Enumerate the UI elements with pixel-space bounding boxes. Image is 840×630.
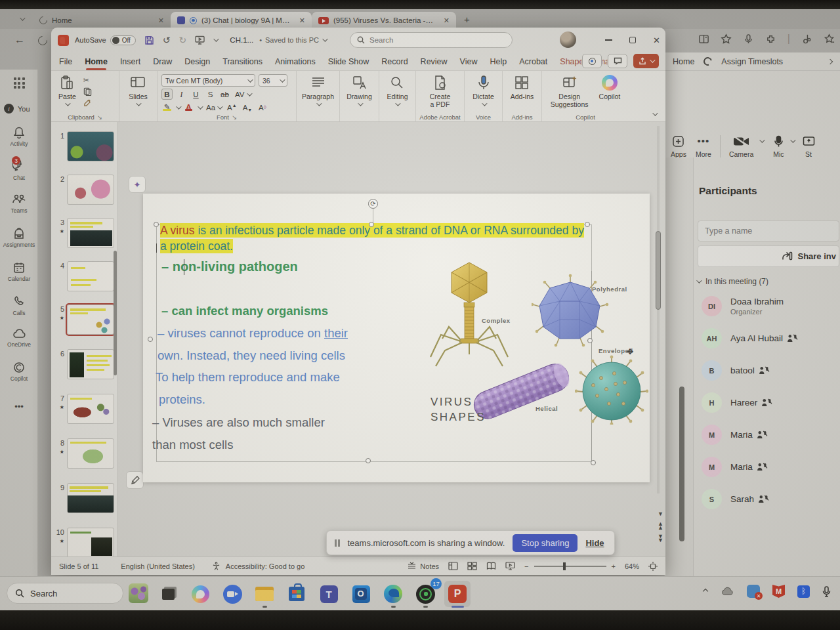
ppt-search-input[interactable] xyxy=(369,36,488,44)
tab-slide-show[interactable]: Slide Show xyxy=(328,57,369,66)
next-slide-button[interactable]: ▼▼ xyxy=(658,534,663,542)
tray-expand-icon[interactable] xyxy=(703,589,708,594)
scrollbar[interactable] xyxy=(679,387,684,541)
sidebar-item-assignments[interactable]: Assignments xyxy=(0,227,38,248)
share-presentation-button[interactable] xyxy=(633,54,659,68)
voice-search-icon[interactable] xyxy=(743,33,754,45)
collapse-ribbon-chevron-icon[interactable] xyxy=(652,110,658,116)
teams-app-icon[interactable]: T xyxy=(316,581,342,607)
close-button[interactable]: ✕ xyxy=(653,35,660,45)
slide-title-text[interactable]: A virus is an infectious particle made o… xyxy=(160,222,588,254)
paragraph-button[interactable]: Paragraph xyxy=(299,74,337,112)
tab-animations[interactable]: Animations xyxy=(275,57,316,66)
tab-home[interactable]: Home xyxy=(85,57,108,66)
selection-handle[interactable] xyxy=(148,337,153,342)
thumbnails-scrollbar[interactable] xyxy=(114,251,117,375)
bluetooth-icon[interactable]: ᛒ xyxy=(797,585,810,598)
waffle-menu-icon[interactable] xyxy=(0,77,38,89)
font-color-button[interactable]: A xyxy=(183,102,194,113)
tabs-overflow-chevron-icon[interactable] xyxy=(828,58,833,64)
new-tab-button[interactable]: + xyxy=(464,14,470,25)
grow-font-button[interactable]: A▲ xyxy=(226,102,238,113)
change-case-button[interactable]: Aa xyxy=(205,102,222,113)
addins-button[interactable]: Add-ins xyxy=(507,74,537,112)
close-tab-icon[interactable]: ✕ xyxy=(299,16,305,25)
cut-button[interactable]: ✂ xyxy=(83,76,92,85)
bold-button[interactable]: B xyxy=(161,89,173,100)
comments-button[interactable] xyxy=(608,54,627,68)
participant-row[interactable]: AH Aya Al Hubail xyxy=(694,322,840,354)
favorites-star-icon[interactable] xyxy=(721,33,732,45)
slide-sorter-view-button[interactable] xyxy=(467,562,477,570)
browser-tab-home[interactable]: Home ✕ xyxy=(33,12,171,29)
undo-icon[interactable]: ↺ xyxy=(163,35,171,45)
in-this-meeting-section[interactable]: In this meeting (7) xyxy=(696,277,768,286)
zoom-in-button[interactable]: + xyxy=(612,562,616,570)
extensions-icon[interactable] xyxy=(765,33,776,45)
editing-button[interactable]: Editing xyxy=(383,74,411,112)
ink-pen-button[interactable] xyxy=(126,471,144,489)
character-spacing-button[interactable]: AV xyxy=(234,89,252,100)
zoom-percentage[interactable]: 64% xyxy=(625,562,639,570)
stop-sharing-button[interactable]: Stop sharing xyxy=(513,534,578,552)
scroll-down-arrow[interactable]: ▼ xyxy=(658,511,663,517)
language-status[interactable]: English (United States) xyxy=(121,562,195,570)
saved-status[interactable]: • Saved to this PC xyxy=(259,36,326,44)
slide-thumbnail-6[interactable]: 6 xyxy=(51,349,114,379)
sidebar-item-teams[interactable]: Teams xyxy=(0,193,38,214)
clear-formatting-button[interactable]: A◊ xyxy=(257,102,268,113)
shrink-font-button[interactable]: A▼ xyxy=(242,102,254,113)
quick-access-chevron-icon[interactable] xyxy=(213,36,219,41)
tab-design[interactable]: Design xyxy=(184,57,210,66)
widgets-weather-icon[interactable] xyxy=(129,583,148,603)
underline-button[interactable]: U xyxy=(190,89,201,100)
designer-button[interactable]: ✦ xyxy=(129,176,146,193)
slide-thumbnail-10[interactable]: 10★ xyxy=(51,528,114,556)
sidebar-item-chat[interactable]: 3 Chat xyxy=(0,159,38,181)
camera-button[interactable]: Camera xyxy=(726,134,757,159)
slide-thumbnail-3[interactable]: 3★ xyxy=(51,218,114,248)
accessibility-status[interactable]: Accessibility: Good to go xyxy=(226,562,304,570)
start-slideshow-icon[interactable] xyxy=(195,35,205,45)
slide-canvas[interactable]: ⟳ A virus is an infectious particle made… xyxy=(143,194,650,482)
paste-button[interactable]: Paste xyxy=(55,74,79,112)
collections-icon[interactable] xyxy=(824,33,835,45)
selection-handle[interactable] xyxy=(154,222,159,227)
tab-review[interactable]: Review xyxy=(421,57,448,66)
file-explorer-icon[interactable] xyxy=(251,581,278,607)
notes-button[interactable]: Notes xyxy=(407,562,439,570)
format-painter-button[interactable] xyxy=(83,98,92,107)
selection-handle[interactable] xyxy=(585,222,590,227)
tab-help[interactable]: Help xyxy=(490,57,507,66)
whatsapp-icon[interactable]: 17 xyxy=(412,581,438,607)
redo-icon[interactable]: ↻ xyxy=(179,35,187,45)
more-button[interactable]: ••• More xyxy=(692,134,715,159)
save-icon[interactable] xyxy=(144,35,154,45)
selection-handle[interactable] xyxy=(587,338,593,343)
camera-options-chevron-icon[interactable] xyxy=(759,137,765,142)
copilot-button[interactable]: Copilot xyxy=(596,74,624,112)
sidebar-item-copilot[interactable]: Copilot xyxy=(0,361,38,382)
participant-row[interactable]: M Maria xyxy=(694,419,840,451)
highlight-color-button[interactable]: ✎ xyxy=(161,102,173,113)
zoom-out-button[interactable]: − xyxy=(524,562,528,570)
zoom-slider-handle[interactable] xyxy=(563,562,566,570)
slideshow-view-button[interactable] xyxy=(505,562,515,570)
drawing-button[interactable]: Drawing xyxy=(343,74,375,112)
microphone-tray-icon[interactable] xyxy=(822,586,831,597)
participant-row[interactable]: DI Doaa Ibrahim Organizer xyxy=(694,290,840,322)
participant-row[interactable]: S Sarah xyxy=(694,483,840,515)
participant-row[interactable]: B batool xyxy=(694,354,840,387)
browser-essentials-icon[interactable] xyxy=(801,33,812,45)
italic-button[interactable]: I xyxy=(176,89,187,100)
minimize-button[interactable] xyxy=(605,39,612,41)
normal-view-button[interactable] xyxy=(448,562,458,570)
sidebar-item-calendar[interactable]: Calendar xyxy=(0,261,38,282)
slide-thumbnail-2[interactable]: 2 xyxy=(51,175,114,205)
design-suggestions-button[interactable]: Design Suggestions xyxy=(547,74,592,112)
tab-insert[interactable]: Insert xyxy=(120,57,140,66)
taskbar-search[interactable]: Search xyxy=(7,583,123,604)
reading-view-button[interactable] xyxy=(486,562,496,570)
shadow-button[interactable]: S xyxy=(205,89,216,100)
font-color-chevron-icon[interactable] xyxy=(198,104,203,109)
